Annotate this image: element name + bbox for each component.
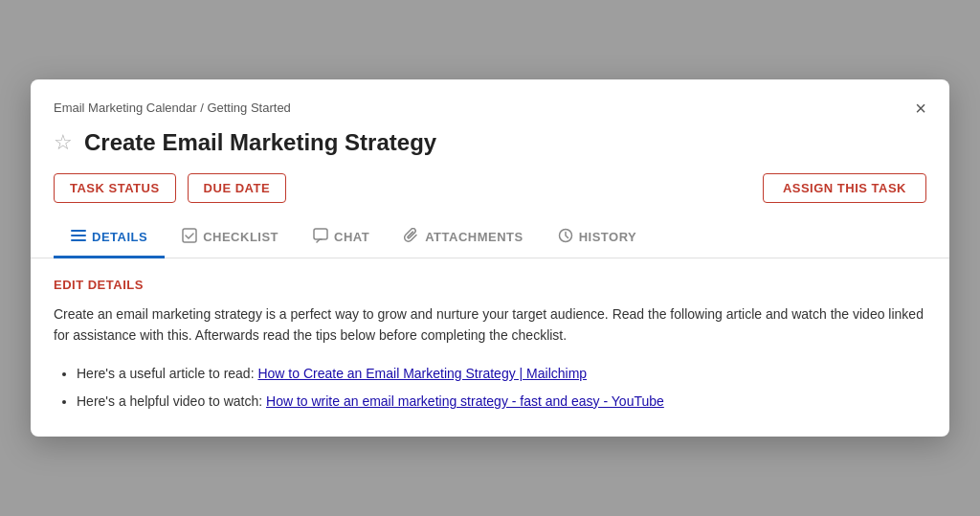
- tab-checklist[interactable]: CHECKLIST: [165, 218, 296, 258]
- article-link[interactable]: How to Create an Email Marketing Strateg…: [257, 366, 587, 381]
- assign-task-button[interactable]: ASSIGN THIS TASK: [763, 173, 926, 203]
- close-button[interactable]: ×: [915, 99, 926, 118]
- breadcrumb: Email Marketing Calendar / Getting Start…: [54, 99, 926, 118]
- tabs-row: DETAILS CHECKLIST CHAT: [31, 218, 949, 258]
- link-prefix-1: Here's a useful article to read:: [77, 366, 257, 381]
- svg-rect-1: [71, 235, 86, 236]
- svg-rect-2: [71, 239, 86, 241]
- links-list: Here's a useful article to read: How to …: [54, 362, 926, 414]
- svg-rect-4: [314, 229, 327, 239]
- due-date-button[interactable]: DUE DATE: [188, 173, 286, 203]
- svg-rect-3: [183, 229, 196, 242]
- title-row: ☆ Create Email Marketing Strategy: [54, 129, 926, 156]
- tab-attachments[interactable]: ATTACHMENTS: [387, 218, 541, 258]
- task-title: Create Email Marketing Strategy: [84, 129, 436, 156]
- attachments-icon: [404, 228, 419, 246]
- description: Create an email marketing strategy is a …: [54, 303, 926, 347]
- tab-details[interactable]: DETAILS: [54, 218, 165, 258]
- list-item: Here's a useful article to read: How to …: [77, 362, 926, 386]
- svg-rect-0: [71, 230, 86, 232]
- modal-overlay: Email Marketing Calendar / Getting Start…: [0, 0, 980, 516]
- checklist-icon: [182, 228, 197, 246]
- details-icon: [71, 228, 86, 246]
- history-icon: [558, 228, 573, 246]
- breadcrumb-text: Email Marketing Calendar / Getting Start…: [54, 101, 291, 115]
- chat-icon: [313, 228, 328, 246]
- tab-history-label: HISTORY: [579, 230, 637, 244]
- modal-header: Email Marketing Calendar / Getting Start…: [31, 79, 949, 218]
- tab-checklist-label: CHECKLIST: [203, 230, 278, 244]
- video-link[interactable]: How to write an email marketing strategy…: [266, 393, 664, 409]
- tab-details-label: DETAILS: [92, 230, 147, 244]
- tab-chat-label: CHAT: [334, 230, 369, 244]
- task-status-button[interactable]: TASK STATUS: [54, 173, 176, 203]
- link-prefix-2: Here's a helpful video to watch:: [77, 393, 266, 409]
- edit-details-label: EDIT DETAILS: [54, 278, 926, 292]
- modal-body: EDIT DETAILS Create an email marketing s…: [31, 258, 949, 437]
- action-row: TASK STATUS DUE DATE ASSIGN THIS TASK: [54, 173, 926, 218]
- tab-history[interactable]: HISTORY: [541, 218, 655, 258]
- tab-attachments-label: ATTACHMENTS: [425, 230, 523, 244]
- tab-chat[interactable]: CHAT: [296, 218, 387, 258]
- list-item: Here's a helpful video to watch: How to …: [77, 390, 926, 414]
- modal: Email Marketing Calendar / Getting Start…: [31, 79, 949, 437]
- star-icon[interactable]: ☆: [54, 130, 73, 155]
